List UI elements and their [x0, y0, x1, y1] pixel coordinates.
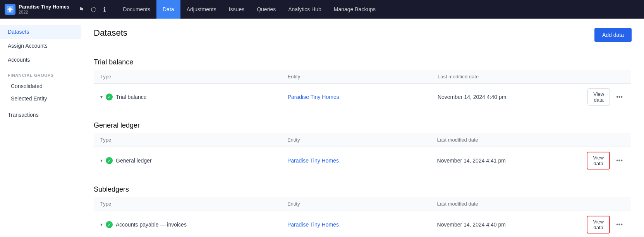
sidebar-item-accounts[interactable]: Accounts [0, 53, 81, 67]
sidebar-item-datasets[interactable]: Datasets [0, 25, 81, 39]
logo-text: Paradise Tiny Homes 2022 [19, 4, 69, 15]
row-expand: ▾ ✓ General ledger [100, 157, 275, 164]
table-row: ▾ ✓ Trial balance Paradise Tiny Homes No… [94, 84, 632, 111]
table-row: ▾ ✓ Accounts payable — invoices Paradise… [94, 211, 632, 237]
actions-cell: View data ••• [587, 216, 625, 234]
sidebar-item-transactions[interactable]: Transactions [0, 108, 81, 122]
general-ledger-table: Type Entity Last modified date ▾ ✓ Gener… [94, 133, 632, 175]
th-actions-1 [581, 70, 631, 84]
th-entity-3: Entity [281, 197, 431, 211]
view-data-button-2[interactable]: View data [587, 152, 610, 170]
logo-area: Paradise Tiny Homes 2022 [5, 4, 69, 15]
trial-balance-actions-cell: View data ••• [581, 84, 631, 111]
nav-links: Documents Data Adjustments Issues Querie… [117, 0, 639, 19]
nav-queries[interactable]: Queries [251, 0, 282, 19]
trial-balance-section: Trial balance Type Entity Last modified … [94, 58, 632, 111]
trial-balance-type-cell: ▾ ✓ Trial balance [94, 84, 282, 111]
sidebar-item-selected-entity[interactable]: Selected Entity [0, 92, 81, 105]
chevron-down-icon[interactable]: ▾ [100, 94, 103, 100]
sidebar-item-assign-accounts[interactable]: Assign Accounts [0, 39, 81, 53]
subledgers-title: Subledgers [94, 185, 632, 194]
general-ledger-header-row: Type Entity Last modified date [94, 133, 632, 147]
row-type-label: Trial balance [116, 94, 147, 100]
th-date-3: Last modified date [431, 197, 581, 211]
row-type-label: General ledger [116, 157, 152, 164]
financial-groups-label: FINANCIAL GROUPS [0, 67, 81, 80]
th-type-2: Type [94, 133, 281, 147]
th-entity-2: Entity [281, 133, 431, 147]
actions-cell: View data ••• [587, 152, 625, 170]
nav-issues[interactable]: Issues [223, 0, 251, 19]
more-options-button-1[interactable]: ••• [614, 92, 625, 102]
sidebar-item-consolidated[interactable]: Consolidated [0, 80, 81, 92]
nav-icons: ⚑ ⬡ ℹ [77, 4, 107, 15]
trial-balance-header-row: Type Entity Last modified date [94, 70, 632, 84]
entity-link[interactable]: Paradise Tiny Homes [287, 157, 339, 164]
main-content: Datasets Add data Trial balance Type Ent… [81, 19, 644, 237]
subledgers-entity-cell: Paradise Tiny Homes [281, 211, 431, 237]
info-icon[interactable]: ℹ [102, 4, 107, 15]
subledgers-table: Type Entity Last modified date ▾ ✓ Accou… [94, 197, 632, 237]
trial-balance-entity-cell: Paradise Tiny Homes [282, 84, 431, 111]
add-data-button[interactable]: Add data [594, 28, 632, 42]
status-check-icon: ✓ [106, 93, 113, 100]
trial-balance-date-cell: November 14, 2024 4:40 pm [431, 84, 581, 111]
nav-documents[interactable]: Documents [117, 0, 156, 19]
th-date-2: Last modified date [431, 133, 581, 147]
top-navigation: Paradise Tiny Homes 2022 ⚑ ⬡ ℹ Documents… [0, 0, 644, 19]
th-type-3: Type [94, 197, 281, 211]
flag-icon[interactable]: ⚑ [77, 4, 86, 15]
entity-link[interactable]: Paradise Tiny Homes [288, 94, 339, 100]
th-entity-1: Entity [282, 70, 431, 84]
trial-balance-table: Type Entity Last modified date ▾ ✓ Trial… [94, 69, 632, 111]
nav-data[interactable]: Data [156, 0, 180, 19]
row-expand: ▾ ✓ Accounts payable — invoices [100, 221, 275, 228]
subledgers-actions-cell: View data ••• [580, 211, 631, 237]
general-ledger-date-cell: November 14, 2024 4:41 pm [431, 147, 581, 175]
th-date-1: Last modified date [431, 70, 581, 84]
page-header: Datasets Add data [94, 28, 632, 47]
table-row: ▾ ✓ General ledger Paradise Tiny Homes N… [94, 147, 632, 175]
general-ledger-actions-cell: View data ••• [580, 147, 631, 175]
company-name: Paradise Tiny Homes [19, 4, 69, 10]
logo-icon [5, 4, 15, 15]
company-year: 2022 [19, 10, 69, 15]
row-type-label: Accounts payable — invoices [116, 221, 187, 228]
more-options-button-3[interactable]: ••• [614, 220, 625, 230]
subledgers-date-cell: November 14, 2024 4:40 pm [431, 211, 581, 237]
sidebar: Datasets Assign Accounts Accounts FINANC… [0, 19, 81, 237]
actions-cell: View data ••• [587, 88, 625, 106]
th-actions-2 [580, 133, 631, 147]
subledgers-section: Subledgers Type Entity Last modified dat… [94, 185, 632, 237]
status-check-icon: ✓ [106, 221, 113, 228]
general-ledger-title: General ledger [94, 121, 632, 130]
row-expand: ▾ ✓ Trial balance [100, 93, 275, 100]
th-actions-3 [580, 197, 631, 211]
subledgers-header-row: Type Entity Last modified date [94, 197, 632, 211]
layout: Datasets Assign Accounts Accounts FINANC… [0, 19, 644, 237]
chevron-down-icon[interactable]: ▾ [100, 222, 103, 227]
general-ledger-entity-cell: Paradise Tiny Homes [281, 147, 431, 175]
subledgers-type-cell: ▾ ✓ Accounts payable — invoices [94, 211, 281, 237]
entity-link[interactable]: Paradise Tiny Homes [287, 221, 339, 228]
page-title: Datasets [94, 28, 127, 38]
nav-adjustments[interactable]: Adjustments [180, 0, 223, 19]
svg-rect-2 [9, 10, 11, 12]
nav-manage-backups[interactable]: Manage Backups [328, 0, 382, 19]
view-data-button-3[interactable]: View data [587, 216, 610, 234]
status-check-icon: ✓ [106, 157, 113, 164]
general-ledger-type-cell: ▾ ✓ General ledger [94, 147, 281, 175]
th-type-1: Type [94, 70, 282, 84]
chevron-down-icon[interactable]: ▾ [100, 158, 103, 163]
trial-balance-title: Trial balance [94, 58, 632, 66]
view-data-button-1[interactable]: View data [587, 88, 610, 106]
nav-analytics-hub[interactable]: Analytics Hub [282, 0, 328, 19]
more-options-button-2[interactable]: ••• [614, 156, 625, 166]
general-ledger-section: General ledger Type Entity Last modified… [94, 121, 632, 175]
sitemap-icon[interactable]: ⬡ [89, 4, 98, 15]
